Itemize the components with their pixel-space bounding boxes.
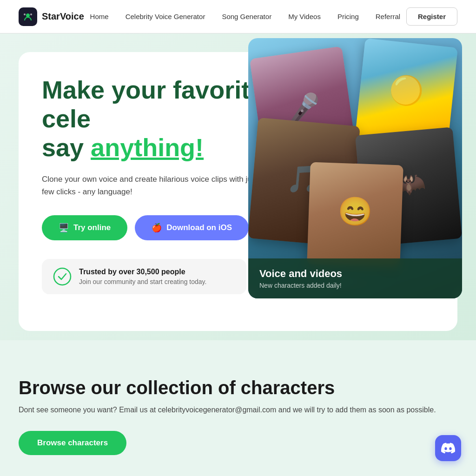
browse-section: Browse our collection of characters Dont… — [0, 340, 476, 474]
logo-icon — [19, 7, 37, 26]
svg-point-2 — [24, 13, 26, 15]
nav-my-videos[interactable]: My Videos — [288, 13, 321, 21]
download-ios-button[interactable]: 🍎 Download on iOS — [135, 215, 249, 240]
collage-title: Voice and videos — [259, 268, 451, 280]
browse-title: Browse our collection of characters — [19, 377, 457, 398]
hero-collage: 🎤 🟡 🎵 🦇 😄 Voice and videos New char — [248, 38, 462, 298]
hero-subtitle: Clone your own voice and create hilariou… — [42, 173, 265, 198]
svg-point-1 — [30, 13, 32, 15]
hero-card: Make your favorite celesay anything! Clo… — [19, 52, 457, 331]
trust-title: Trusted by over 30,500 people — [79, 268, 206, 276]
photo-person: 😄 — [307, 162, 403, 268]
nav-pricing[interactable]: Pricing — [337, 13, 359, 21]
trust-text: Trusted by over 30,500 people Join our c… — [79, 268, 206, 285]
nav-song-generator[interactable]: Song Generator — [222, 13, 271, 21]
browse-button[interactable]: Browse characters — [19, 431, 126, 455]
register-button[interactable]: Register — [406, 7, 457, 26]
person-emoji: 😄 — [337, 194, 373, 229]
hero-highlight: anything! — [91, 133, 204, 161]
checkmark-icon — [53, 267, 72, 286]
spongebob-emoji: 🟡 — [388, 73, 426, 109]
logo[interactable]: StarVoice — [19, 7, 84, 26]
try-online-button[interactable]: 🖥️ Try online — [42, 215, 127, 240]
nav-celebrity-voice[interactable]: Celebrity Voice Generator — [126, 13, 205, 21]
nav-links: Home Celebrity Voice Generator Song Gene… — [90, 13, 401, 21]
logo-text: StarVoice — [42, 11, 84, 22]
nav-home[interactable]: Home — [90, 13, 109, 21]
computer-icon: 🖥️ — [59, 223, 69, 233]
collage-footer: Voice and videos New characters added da… — [248, 258, 462, 298]
collage-sub: New characters added daily! — [259, 282, 451, 289]
trust-sub: Join our community and start creating to… — [79, 278, 206, 285]
browse-subtitle: Dont see someone you want? Email us at c… — [19, 404, 437, 416]
collage-background: 🎤 🟡 🎵 🦇 😄 Voice and videos New char — [248, 38, 462, 298]
hero-section: Make your favorite celesay anything! Clo… — [0, 33, 476, 340]
trust-badge: Trusted by over 30,500 people Join our c… — [42, 259, 246, 294]
discord-fab[interactable] — [435, 435, 461, 461]
navbar: StarVoice Home Celebrity Voice Generator… — [0, 0, 476, 33]
apple-icon: 🍎 — [152, 223, 162, 233]
discord-icon — [441, 441, 455, 455]
nav-referral[interactable]: Referral — [376, 13, 400, 21]
svg-point-0 — [26, 13, 30, 17]
svg-point-3 — [54, 268, 71, 285]
